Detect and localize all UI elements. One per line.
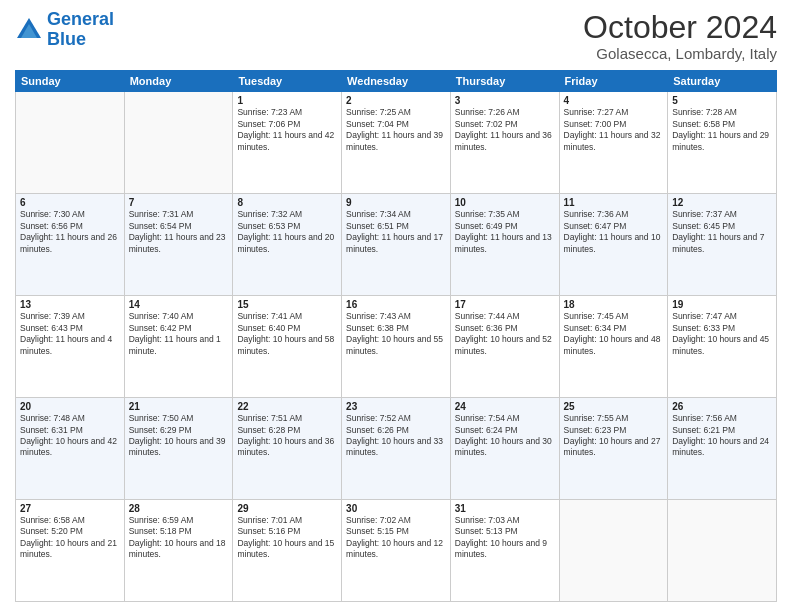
table-cell: 10 Sunrise: 7:35 AMSunset: 6:49 PMDaylig… — [450, 194, 559, 296]
day-number: 7 — [129, 197, 229, 208]
cell-info: Sunrise: 7:25 AMSunset: 7:04 PMDaylight:… — [346, 107, 446, 153]
table-cell: 20 Sunrise: 7:48 AMSunset: 6:31 PMDaylig… — [16, 398, 125, 500]
month-title: October 2024 — [583, 10, 777, 45]
cell-info: Sunrise: 7:27 AMSunset: 7:00 PMDaylight:… — [564, 107, 664, 153]
col-saturday: Saturday — [668, 71, 777, 92]
table-cell: 31 Sunrise: 7:03 AMSunset: 5:13 PMDaylig… — [450, 500, 559, 602]
cell-info: Sunrise: 7:34 AMSunset: 6:51 PMDaylight:… — [346, 209, 446, 255]
day-number: 20 — [20, 401, 120, 412]
calendar-header-row: Sunday Monday Tuesday Wednesday Thursday… — [16, 71, 777, 92]
table-cell: 6 Sunrise: 7:30 AMSunset: 6:56 PMDayligh… — [16, 194, 125, 296]
header: General Blue October 2024 Golasecca, Lom… — [15, 10, 777, 62]
day-number: 15 — [237, 299, 337, 310]
cell-info: Sunrise: 7:52 AMSunset: 6:26 PMDaylight:… — [346, 413, 446, 459]
cell-info: Sunrise: 7:50 AMSunset: 6:29 PMDaylight:… — [129, 413, 229, 459]
day-number: 2 — [346, 95, 446, 106]
calendar-row: 13 Sunrise: 7:39 AMSunset: 6:43 PMDaylig… — [16, 296, 777, 398]
cell-info: Sunrise: 7:28 AMSunset: 6:58 PMDaylight:… — [672, 107, 772, 153]
day-number: 21 — [129, 401, 229, 412]
cell-info: Sunrise: 7:37 AMSunset: 6:45 PMDaylight:… — [672, 209, 772, 255]
table-cell: 27 Sunrise: 6:58 AMSunset: 5:20 PMDaylig… — [16, 500, 125, 602]
table-cell — [124, 92, 233, 194]
table-cell: 13 Sunrise: 7:39 AMSunset: 6:43 PMDaylig… — [16, 296, 125, 398]
logo: General Blue — [15, 10, 114, 50]
cell-info: Sunrise: 7:48 AMSunset: 6:31 PMDaylight:… — [20, 413, 120, 459]
table-cell: 21 Sunrise: 7:50 AMSunset: 6:29 PMDaylig… — [124, 398, 233, 500]
logo-line2: Blue — [47, 29, 86, 49]
cell-info: Sunrise: 7:51 AMSunset: 6:28 PMDaylight:… — [237, 413, 337, 459]
table-cell: 1 Sunrise: 7:23 AMSunset: 7:06 PMDayligh… — [233, 92, 342, 194]
day-number: 18 — [564, 299, 664, 310]
col-friday: Friday — [559, 71, 668, 92]
table-cell: 8 Sunrise: 7:32 AMSunset: 6:53 PMDayligh… — [233, 194, 342, 296]
table-cell: 26 Sunrise: 7:56 AMSunset: 6:21 PMDaylig… — [668, 398, 777, 500]
cell-info: Sunrise: 7:36 AMSunset: 6:47 PMDaylight:… — [564, 209, 664, 255]
cell-info: Sunrise: 7:32 AMSunset: 6:53 PMDaylight:… — [237, 209, 337, 255]
page: General Blue October 2024 Golasecca, Lom… — [0, 0, 792, 612]
day-number: 24 — [455, 401, 555, 412]
calendar-row: 20 Sunrise: 7:48 AMSunset: 6:31 PMDaylig… — [16, 398, 777, 500]
calendar-row: 27 Sunrise: 6:58 AMSunset: 5:20 PMDaylig… — [16, 500, 777, 602]
table-cell — [16, 92, 125, 194]
cell-info: Sunrise: 6:58 AMSunset: 5:20 PMDaylight:… — [20, 515, 120, 561]
day-number: 31 — [455, 503, 555, 514]
day-number: 1 — [237, 95, 337, 106]
cell-info: Sunrise: 7:41 AMSunset: 6:40 PMDaylight:… — [237, 311, 337, 357]
cell-info: Sunrise: 7:02 AMSunset: 5:15 PMDaylight:… — [346, 515, 446, 561]
cell-info: Sunrise: 7:01 AMSunset: 5:16 PMDaylight:… — [237, 515, 337, 561]
calendar-table: Sunday Monday Tuesday Wednesday Thursday… — [15, 70, 777, 602]
table-cell: 23 Sunrise: 7:52 AMSunset: 6:26 PMDaylig… — [342, 398, 451, 500]
col-monday: Monday — [124, 71, 233, 92]
location-title: Golasecca, Lombardy, Italy — [583, 45, 777, 62]
table-cell: 3 Sunrise: 7:26 AMSunset: 7:02 PMDayligh… — [450, 92, 559, 194]
logo-line1: General — [47, 9, 114, 29]
table-cell: 28 Sunrise: 6:59 AMSunset: 5:18 PMDaylig… — [124, 500, 233, 602]
table-cell: 24 Sunrise: 7:54 AMSunset: 6:24 PMDaylig… — [450, 398, 559, 500]
day-number: 11 — [564, 197, 664, 208]
cell-info: Sunrise: 7:45 AMSunset: 6:34 PMDaylight:… — [564, 311, 664, 357]
day-number: 3 — [455, 95, 555, 106]
cell-info: Sunrise: 7:26 AMSunset: 7:02 PMDaylight:… — [455, 107, 555, 153]
day-number: 22 — [237, 401, 337, 412]
cell-info: Sunrise: 7:39 AMSunset: 6:43 PMDaylight:… — [20, 311, 120, 357]
cell-info: Sunrise: 7:56 AMSunset: 6:21 PMDaylight:… — [672, 413, 772, 459]
day-number: 6 — [20, 197, 120, 208]
col-sunday: Sunday — [16, 71, 125, 92]
table-cell: 7 Sunrise: 7:31 AMSunset: 6:54 PMDayligh… — [124, 194, 233, 296]
table-cell: 2 Sunrise: 7:25 AMSunset: 7:04 PMDayligh… — [342, 92, 451, 194]
table-cell — [559, 500, 668, 602]
logo-text: General Blue — [47, 10, 114, 50]
day-number: 19 — [672, 299, 772, 310]
table-cell: 14 Sunrise: 7:40 AMSunset: 6:42 PMDaylig… — [124, 296, 233, 398]
table-cell: 18 Sunrise: 7:45 AMSunset: 6:34 PMDaylig… — [559, 296, 668, 398]
day-number: 9 — [346, 197, 446, 208]
day-number: 23 — [346, 401, 446, 412]
table-cell: 25 Sunrise: 7:55 AMSunset: 6:23 PMDaylig… — [559, 398, 668, 500]
day-number: 29 — [237, 503, 337, 514]
day-number: 10 — [455, 197, 555, 208]
logo-icon — [15, 16, 43, 44]
cell-info: Sunrise: 7:40 AMSunset: 6:42 PMDaylight:… — [129, 311, 229, 357]
table-cell: 15 Sunrise: 7:41 AMSunset: 6:40 PMDaylig… — [233, 296, 342, 398]
table-cell: 11 Sunrise: 7:36 AMSunset: 6:47 PMDaylig… — [559, 194, 668, 296]
day-number: 16 — [346, 299, 446, 310]
day-number: 8 — [237, 197, 337, 208]
calendar-row: 1 Sunrise: 7:23 AMSunset: 7:06 PMDayligh… — [16, 92, 777, 194]
day-number: 4 — [564, 95, 664, 106]
table-cell: 4 Sunrise: 7:27 AMSunset: 7:00 PMDayligh… — [559, 92, 668, 194]
table-cell: 22 Sunrise: 7:51 AMSunset: 6:28 PMDaylig… — [233, 398, 342, 500]
table-cell: 9 Sunrise: 7:34 AMSunset: 6:51 PMDayligh… — [342, 194, 451, 296]
cell-info: Sunrise: 6:59 AMSunset: 5:18 PMDaylight:… — [129, 515, 229, 561]
day-number: 17 — [455, 299, 555, 310]
day-number: 30 — [346, 503, 446, 514]
day-number: 13 — [20, 299, 120, 310]
table-cell: 5 Sunrise: 7:28 AMSunset: 6:58 PMDayligh… — [668, 92, 777, 194]
cell-info: Sunrise: 7:47 AMSunset: 6:33 PMDaylight:… — [672, 311, 772, 357]
table-cell: 12 Sunrise: 7:37 AMSunset: 6:45 PMDaylig… — [668, 194, 777, 296]
table-cell: 30 Sunrise: 7:02 AMSunset: 5:15 PMDaylig… — [342, 500, 451, 602]
col-thursday: Thursday — [450, 71, 559, 92]
table-cell: 29 Sunrise: 7:01 AMSunset: 5:16 PMDaylig… — [233, 500, 342, 602]
day-number: 14 — [129, 299, 229, 310]
cell-info: Sunrise: 7:23 AMSunset: 7:06 PMDaylight:… — [237, 107, 337, 153]
table-cell — [668, 500, 777, 602]
